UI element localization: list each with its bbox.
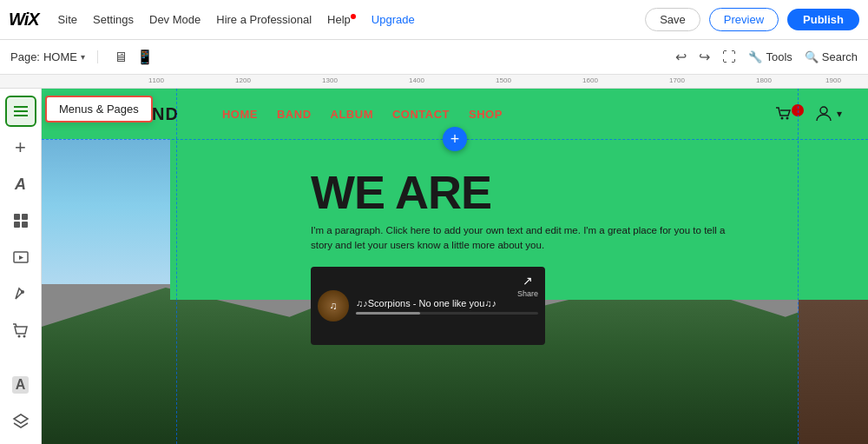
nav-settings[interactable]: Settings [91,10,135,30]
sidebar-layers[interactable] [5,406,36,437]
nav-band[interactable]: BAND [277,108,312,121]
publish-button[interactable]: Publish [787,9,859,30]
sidebar-font[interactable]: A [5,369,36,401]
hero-subtitle: I'm a paragraph. Click here to add your … [311,223,733,254]
nav-links: HOME BAND ALBUM CONTACT SHOP [222,108,503,121]
svg-point-13 [786,117,789,120]
video-title: ♫♪Scorpions - No one like you♫♪ [356,298,538,308]
canvas-area[interactable]: MY BAND HOME BAND ALBUM CONTACT SHOP [42,89,868,444]
sidebar-apps[interactable] [5,205,36,236]
svg-point-14 [820,107,827,114]
cart-svg [774,104,793,123]
desktop-icon[interactable]: 🖥 [114,50,128,65]
sidebar-menus-pages[interactable] [5,96,36,127]
add-element-button[interactable]: + [443,127,467,151]
search-button[interactable]: 🔍 Search [805,50,858,63]
svg-rect-0 [14,106,28,108]
svg-rect-6 [22,222,28,228]
save-button[interactable]: Save [645,8,700,31]
share-label: Share [517,289,538,298]
top-bar-left: WiX Site Settings Dev Mode Hire a Profes… [9,10,645,30]
page-name: HOME [43,50,77,63]
page-chevron-icon: ▾ [81,52,85,62]
ruler-mark: 1100 [148,76,164,84]
nav-shop[interactable]: SHOP [469,108,503,121]
share-icon: ↗ [523,274,533,288]
svg-rect-3 [14,214,20,220]
add-icon: + [15,136,26,159]
video-info: ♫♪Scorpions - No one like you♫♪ [356,298,538,315]
svg-rect-5 [14,222,20,228]
cart-icon[interactable] [774,104,804,123]
left-sidebar: Menus & Pages + A [0,89,42,444]
tools-button[interactable]: 🔧 Tools [748,50,792,63]
undo-icon[interactable]: ↩ [675,49,687,65]
video-share: ↗ Share [517,274,538,298]
sidebar-media[interactable] [5,242,36,273]
search-icon: 🔍 [805,50,819,63]
font-icon: A [12,376,30,394]
wix-logo: WiX [9,10,39,30]
guide-line-v1 [176,89,177,444]
nav-hire[interactable]: Hire a Professional [214,10,313,30]
preview-button[interactable]: Preview [709,8,779,31]
ruler-mark: 1400 [409,76,424,84]
video-progress-bar [356,312,420,315]
layers-icon [12,413,30,430]
user-chevron-icon: ▾ [837,108,842,120]
nav-album[interactable]: ALBUM [331,108,373,121]
editor-area: Menus & Pages + A [0,89,868,444]
ruler-mark: 1300 [322,76,338,84]
page-selector[interactable]: Page: HOME ▾ [10,50,98,63]
video-player[interactable]: ♫ ♫♪Scorpions - No one like you♫♪ ↗ Shar… [311,267,545,345]
svg-rect-1 [14,110,28,112]
hero-title: WE ARE [311,165,491,219]
ruler-mark: 1800 [756,76,772,84]
nav-home[interactable]: HOME [222,108,258,121]
ruler-mark: 1500 [496,76,511,84]
user-icon[interactable]: ▾ [814,104,842,123]
tools-icon: 🔧 [748,50,762,63]
apps-icon [12,212,30,229]
nav-site[interactable]: Site [56,10,79,30]
store-icon [12,321,30,339]
video-avatar: ♫ [318,290,349,321]
top-bar-right: Save Preview Publish [645,8,859,31]
menu-icon [12,103,30,120]
svg-point-9 [21,290,24,294]
svg-point-11 [23,335,25,338]
nav-devmode[interactable]: Dev Mode [148,10,202,30]
nav-help[interactable]: Help [326,10,358,30]
site-header-right: ▾ [774,104,842,123]
nav-contact[interactable]: CONTACT [392,108,450,121]
top-bar: WiX Site Settings Dev Mode Hire a Profes… [0,0,868,40]
sidebar-pen[interactable] [5,278,36,309]
pen-icon [12,285,30,302]
sidebar-text[interactable]: A [5,169,36,200]
sidebar-add[interactable]: + [5,132,36,163]
svg-rect-4 [22,214,28,220]
media-icon [12,249,30,266]
zoom-icon[interactable]: ⛶ [722,50,736,65]
svg-point-12 [781,117,784,120]
ruler-mark: 1600 [582,76,598,84]
svg-rect-2 [14,115,28,116]
text-icon: A [15,176,26,194]
guide-line-v2 [798,89,799,444]
second-bar: Page: HOME ▾ 🖥 📱 ↩ ↪ ⛶ 🔧 Tools 🔍 Search [0,40,868,75]
mobile-icon[interactable]: 📱 [136,49,154,65]
video-progress [356,312,538,315]
redo-icon[interactable]: ↪ [699,49,710,65]
sidebar-store[interactable] [5,315,36,346]
second-bar-right: ↩ ↪ ⛶ 🔧 Tools 🔍 Search [675,49,858,65]
ruler-mark: 1200 [235,76,251,84]
help-dot [351,14,356,19]
ruler-mark: 1900 [825,76,841,84]
ruler: 1100 1200 1300 1400 1500 1600 1700 1800 … [0,75,868,89]
page-prefix: Page: [10,50,40,63]
svg-marker-8 [19,255,23,260]
nav-upgrade[interactable]: Upgrade [370,10,417,30]
ruler-mark: 1700 [669,76,685,84]
device-icons: 🖥 📱 [114,49,154,65]
svg-point-10 [17,335,20,338]
